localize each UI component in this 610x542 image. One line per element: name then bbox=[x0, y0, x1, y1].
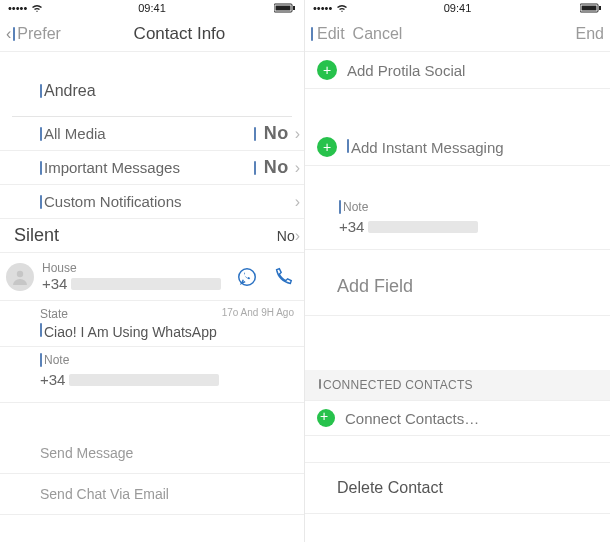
plus-icon: + bbox=[317, 60, 337, 80]
note-label: Note bbox=[44, 353, 69, 367]
add-field-button[interactable]: Add Field bbox=[305, 250, 610, 316]
important-value: No bbox=[264, 157, 289, 178]
add-im-label: Add Instant Messaging bbox=[351, 139, 504, 156]
battery-icon bbox=[274, 3, 296, 13]
svg-point-3 bbox=[17, 270, 23, 276]
connected-contacts-header: CONNECTED CONTACTS bbox=[305, 370, 610, 401]
note-field[interactable]: Note +34 bbox=[305, 192, 610, 250]
status-bar: ••••• 09:41 bbox=[305, 0, 610, 16]
edit-contact-pane: ••••• 09:41 Edit Cancel End + Add Protil… bbox=[305, 0, 610, 542]
note-label: Note bbox=[343, 200, 368, 214]
signal-icon: ••••• bbox=[8, 2, 27, 14]
note-prefix: +34 bbox=[339, 218, 364, 235]
connect-contacts-label: Connect Contacts… bbox=[345, 410, 479, 427]
chevron-right-icon: › bbox=[295, 193, 300, 211]
phone-prefix: +34 bbox=[42, 275, 67, 292]
phone-redacted bbox=[71, 278, 221, 290]
status-time: 09:41 bbox=[138, 2, 166, 14]
wifi-icon bbox=[336, 3, 348, 13]
contact-info-pane: ••••• 09:41 ‹ Prefer Contact Info Andrea… bbox=[0, 0, 305, 542]
all-media-label: All Media bbox=[44, 125, 106, 142]
phone-row[interactable]: House +34 bbox=[0, 253, 304, 301]
phone-icon[interactable] bbox=[272, 266, 294, 288]
note-redacted bbox=[368, 221, 478, 233]
battery-icon bbox=[580, 3, 602, 13]
delete-contact-button[interactable]: Delete Contact bbox=[305, 462, 610, 514]
custom-notif-label: Custom Notifications bbox=[44, 193, 182, 210]
chevron-right-icon: › bbox=[295, 227, 300, 244]
silent-value: No bbox=[277, 228, 295, 244]
plus-icon: + bbox=[317, 137, 337, 157]
nav-bar: ‹ Prefer Contact Info bbox=[0, 16, 304, 52]
state-row[interactable]: State Ciao! I Am Using WhatsApp 17o And … bbox=[0, 301, 304, 347]
back-button[interactable]: ‹ Prefer bbox=[6, 25, 61, 43]
important-label: Important Messages bbox=[44, 159, 180, 176]
send-message-button[interactable]: Send Message bbox=[0, 433, 304, 474]
edit-button[interactable]: Edit bbox=[317, 25, 345, 43]
signal-icon: ••••• bbox=[313, 2, 332, 14]
status-bar: ••••• 09:41 bbox=[0, 0, 304, 16]
all-media-value: No bbox=[264, 123, 289, 144]
plus-icon bbox=[317, 409, 335, 427]
svg-rect-2 bbox=[293, 6, 295, 10]
end-button[interactable]: End bbox=[576, 25, 604, 43]
add-profile-label: Add Protila Social bbox=[347, 62, 465, 79]
send-chat-email-button[interactable]: Send Chat Via Email bbox=[0, 474, 304, 515]
state-timestamp: 17o And 9H Ago bbox=[222, 307, 294, 318]
custom-notifications-row[interactable]: Custom Notifications › bbox=[0, 185, 304, 219]
chevron-right-icon: › bbox=[295, 125, 300, 143]
avatar bbox=[6, 263, 34, 291]
phone-label: House bbox=[42, 261, 228, 275]
state-text: Ciao! I Am Using WhatsApp bbox=[44, 324, 217, 340]
nav-bar: Edit Cancel End bbox=[305, 16, 610, 52]
connect-contacts-button[interactable]: Connect Contacts… bbox=[305, 401, 610, 436]
status-time: 09:41 bbox=[444, 2, 472, 14]
cancel-button[interactable]: Cancel bbox=[353, 25, 403, 43]
svg-rect-7 bbox=[599, 6, 601, 10]
silent-label: Silent bbox=[14, 225, 59, 246]
svg-rect-6 bbox=[582, 6, 597, 11]
note-redacted bbox=[69, 374, 219, 386]
back-label: Prefer bbox=[17, 25, 61, 43]
svg-rect-1 bbox=[276, 6, 291, 11]
chevron-left-icon: ‹ bbox=[6, 25, 11, 43]
contact-name: Andrea bbox=[0, 52, 304, 116]
note-prefix: +34 bbox=[40, 371, 65, 388]
silent-row[interactable]: Silent No› bbox=[0, 219, 304, 253]
chevron-right-icon: › bbox=[295, 159, 300, 177]
all-media-row[interactable]: All Media No› bbox=[0, 117, 304, 151]
important-messages-row[interactable]: Important Messages No› bbox=[0, 151, 304, 185]
nav-title: Contact Info bbox=[61, 24, 298, 44]
add-instant-messaging-button[interactable]: + Add Instant Messaging bbox=[305, 129, 610, 166]
note-row: Note +34 bbox=[0, 347, 304, 403]
wifi-icon bbox=[31, 3, 43, 13]
state-label: State bbox=[40, 307, 217, 321]
whatsapp-icon[interactable] bbox=[236, 266, 258, 288]
bar-icon bbox=[13, 27, 15, 41]
add-profile-social-button[interactable]: + Add Protila Social bbox=[305, 52, 610, 89]
